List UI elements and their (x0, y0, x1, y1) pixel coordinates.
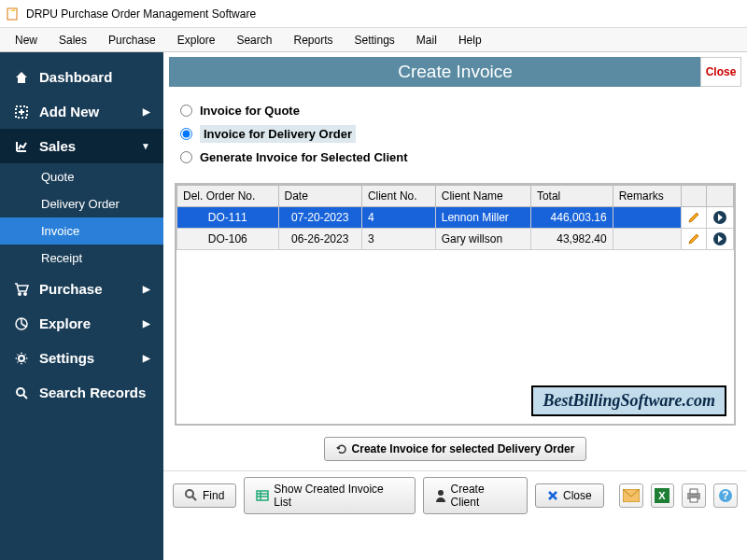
excel-button[interactable]: X (651, 483, 675, 508)
svg-rect-0 (7, 8, 17, 20)
sidebar-sub-quote[interactable]: Quote (0, 163, 163, 190)
sidebar-sub-delivery[interactable]: Delivery Order (0, 190, 163, 217)
sidebar-purchase-label: Purchase (39, 281, 103, 297)
cell-clientno: 3 (361, 229, 435, 250)
create-client-button[interactable]: Create Client (423, 477, 528, 514)
chevron-right-icon: ▶ (143, 318, 150, 329)
th-clientno[interactable]: Client No. (361, 186, 435, 207)
edit-icon[interactable] (687, 211, 700, 224)
close-button[interactable]: Close (700, 57, 741, 87)
radio-delivery-label: Invoice for Delivery Order (200, 125, 356, 143)
radio-delivery[interactable]: Invoice for Delivery Order (180, 125, 732, 143)
svg-rect-10 (257, 491, 268, 500)
mail-button[interactable] (619, 483, 643, 508)
find-button[interactable]: Find (173, 483, 236, 508)
th-remarks[interactable]: Remarks (613, 186, 681, 207)
svg-rect-17 (690, 497, 698, 502)
cell-orderno: DO-106 (177, 229, 279, 250)
menu-purchase[interactable]: Purchase (99, 31, 165, 49)
sidebar: Dashboard Add New ▶ Sales ▼ Quote Delive… (0, 52, 163, 560)
search-icon (13, 386, 30, 399)
svg-text:?: ? (722, 489, 728, 502)
create-client-label: Create Client (451, 483, 515, 509)
print-button[interactable] (682, 483, 706, 508)
title-bar: DRPU Purchase Order Management Software (0, 0, 747, 28)
svg-point-6 (17, 388, 24, 396)
cell-clientno: 4 (361, 207, 435, 229)
svg-text:X: X (659, 490, 667, 501)
show-list-button[interactable]: Show Created Invoice List (244, 477, 415, 514)
chevron-right-icon: ▶ (143, 353, 150, 363)
radio-group: Invoice for Quote Invoice for Delivery O… (163, 87, 747, 177)
th-date[interactable]: Date (278, 186, 361, 207)
sidebar-addnew[interactable]: Add New ▶ (0, 94, 163, 129)
person-icon (435, 489, 446, 502)
sidebar-sales[interactable]: Sales ▼ (0, 129, 163, 163)
svg-point-2 (19, 292, 21, 294)
menu-mail[interactable]: Mail (407, 31, 446, 49)
show-list-label: Show Created Invoice List (274, 483, 402, 509)
cell-orderno: DO-111 (177, 207, 279, 229)
menu-search[interactable]: Search (227, 31, 281, 49)
go-icon[interactable] (712, 210, 727, 225)
create-invoice-button[interactable]: Create Invoice for selected Delivery Ord… (324, 437, 587, 461)
menu-sales[interactable]: Sales (49, 31, 96, 49)
create-invoice-label: Create Invoice for selected Delivery Ord… (352, 442, 575, 455)
cell-total: 43,982.40 (530, 229, 613, 250)
radio-delivery-input[interactable] (180, 128, 192, 140)
sidebar-sub-invoice[interactable]: Invoice (0, 217, 163, 245)
home-icon (13, 70, 30, 85)
window-title: DRPU Purchase Order Management Software (26, 7, 256, 21)
bottom-toolbar: Find Show Created Invoice List Create Cl… (163, 470, 747, 520)
edit-icon[interactable] (687, 232, 700, 245)
cart-icon (13, 283, 30, 296)
search-icon (185, 489, 198, 502)
help-button[interactable]: ? (713, 483, 738, 508)
cell-clientname: Lennon Miller (435, 207, 530, 229)
close-bottom-button[interactable]: Close (535, 483, 604, 508)
table-row[interactable]: DO-106 06-26-2023 3 Gary willson 43,982.… (177, 229, 734, 250)
app-icon (6, 7, 21, 21)
svg-point-5 (19, 356, 24, 361)
table-row[interactable]: DO-111 07-20-2023 4 Lennon Miller 446,00… (177, 207, 734, 229)
order-table: Del. Order No. Date Client No. Client Na… (176, 185, 734, 250)
sidebar-purchase[interactable]: Purchase ▶ (0, 272, 163, 306)
radio-quote-input[interactable] (180, 105, 192, 117)
gear-icon (13, 352, 30, 365)
sidebar-explore-label: Explore (39, 315, 91, 331)
menu-explore[interactable]: Explore (168, 31, 225, 49)
chevron-right-icon: ▶ (143, 284, 150, 294)
sidebar-explore[interactable]: Explore ▶ (0, 306, 163, 341)
list-icon (256, 489, 269, 502)
sidebar-dashboard[interactable]: Dashboard (0, 60, 163, 94)
watermark: BestBillingSoftware.com (531, 385, 726, 416)
cell-date: 07-20-2023 (278, 207, 361, 229)
order-table-wrap: Del. Order No. Date Client No. Client Na… (175, 183, 736, 426)
radio-quote[interactable]: Invoice for Quote (180, 104, 732, 118)
th-orderno[interactable]: Del. Order No. (177, 186, 279, 207)
cell-remarks (613, 229, 681, 250)
radio-client[interactable]: Generate Invoice for Selected Client (180, 150, 732, 164)
menu-help[interactable]: Help (449, 31, 491, 49)
menu-settings[interactable]: Settings (345, 31, 404, 49)
sidebar-settings[interactable]: Settings ▶ (0, 341, 163, 375)
plus-icon (13, 105, 30, 119)
radio-quote-label: Invoice for Quote (200, 104, 300, 118)
go-icon[interactable] (712, 231, 727, 246)
sidebar-addnew-label: Add New (39, 104, 99, 119)
cell-clientname: Gary willson (435, 229, 530, 250)
close-icon (547, 490, 558, 501)
sidebar-search[interactable]: Search Records (0, 375, 163, 410)
chevron-right-icon: ▶ (143, 106, 150, 117)
menu-reports[interactable]: Reports (284, 31, 342, 49)
sidebar-sub-receipt[interactable]: Receipt (0, 245, 163, 272)
sidebar-settings-label: Settings (39, 350, 94, 366)
sidebar-dashboard-label: Dashboard (39, 69, 112, 85)
th-clientname[interactable]: Client Name (435, 186, 530, 207)
dialog-header: Create Invoice Close (169, 57, 741, 87)
th-total[interactable]: Total (530, 186, 613, 207)
radio-client-label: Generate Invoice for Selected Client (200, 150, 408, 164)
find-label: Find (203, 489, 224, 502)
radio-client-input[interactable] (180, 151, 192, 163)
menu-new[interactable]: New (6, 31, 47, 49)
